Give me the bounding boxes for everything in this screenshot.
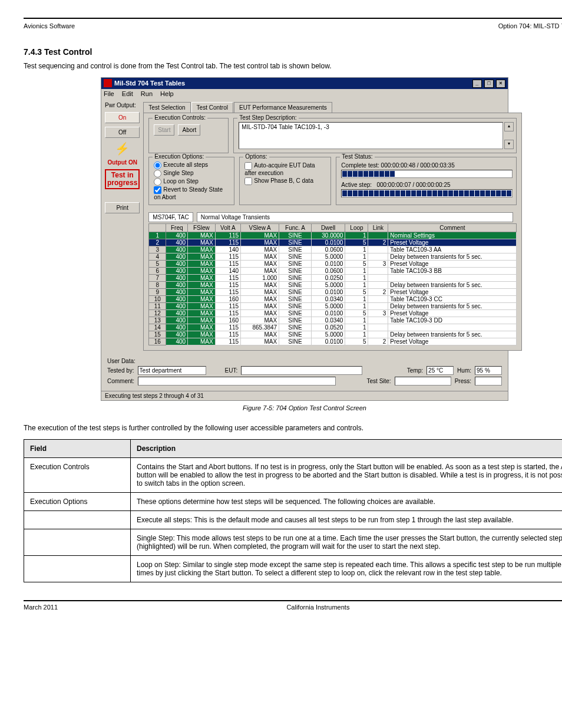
- table-tab-2[interactable]: Normal Voltage Transients: [197, 212, 514, 222]
- pwr-output-label: Pwr Output:: [105, 102, 140, 108]
- menu-file[interactable]: File: [104, 90, 114, 97]
- desc-legend: Test Step Description:: [237, 114, 298, 121]
- footer-center: California Instruments: [286, 604, 349, 611]
- description-text: MIL-STD-704 Table TAC109-1, -3: [239, 122, 503, 149]
- menu-edit[interactable]: Edit: [122, 90, 133, 97]
- table-row[interactable]: 5400MAX115MAXSINE0.010053Preset Voltage: [149, 260, 517, 267]
- test-site-input[interactable]: [395, 377, 451, 386]
- test-step-description-group: Test Step Description: MIL-STD-704 Table…: [233, 118, 517, 153]
- print-button[interactable]: Print: [105, 202, 140, 213]
- exec-controls-legend: Execution Controls:: [153, 114, 207, 121]
- press-label: Press:: [455, 378, 471, 384]
- table-row[interactable]: 14400MAX115865.3847SINE0.05201: [149, 324, 517, 331]
- col-header: Dwell: [311, 223, 345, 232]
- col-header: FSlew: [188, 223, 215, 232]
- figure-caption: Figure 7-5: 704 Option Test Control Scre…: [24, 404, 562, 411]
- col-header: Freq: [166, 223, 188, 232]
- tested-by-label: Tested by:: [107, 367, 134, 374]
- test-status-group: Test Status: Complete test: 000:00:00:48…: [336, 157, 517, 205]
- table-row[interactable]: 13400MAX160MAXSINE0.03401Table TAC109-3 …: [149, 317, 517, 324]
- menu-help[interactable]: Help: [160, 90, 174, 97]
- table-row[interactable]: 16400MAX115MAXSINE0.010052Preset Voltage: [149, 338, 517, 345]
- off-button[interactable]: Off: [105, 127, 140, 138]
- col-header: Link: [368, 223, 388, 232]
- table-row[interactable]: 6400MAX140MAXSINE0.06001Table TAC109-3 B…: [149, 267, 517, 274]
- table-row[interactable]: 8400MAX115MAXSINE5.00001Delay between tr…: [149, 281, 517, 288]
- header-left: Avionics Software: [24, 22, 75, 29]
- field-cell: Execution Controls: [24, 457, 131, 492]
- app-icon: [104, 79, 112, 87]
- check-auto-acquire[interactable]: Auto-acquire EUT Data after execution: [244, 162, 327, 176]
- table-row[interactable]: 3400MAX140MAXSINE0.06001Table TAC109-3 A…: [149, 246, 517, 253]
- desc-cell: Single Step: This mode allows test steps…: [131, 529, 563, 555]
- menu-run[interactable]: Run: [141, 90, 153, 97]
- user-data-label: User Data:: [107, 358, 502, 364]
- active-step-label: Active step:: [341, 182, 372, 188]
- hum-input[interactable]: [475, 366, 502, 375]
- exec-options-legend: Execution Options:: [153, 153, 206, 160]
- scroll-up-icon[interactable]: ▴: [504, 122, 514, 131]
- execution-options-group: Execution Options: Execute all steps Sin…: [148, 157, 234, 205]
- table-row[interactable]: 7400MAX1151.000SINE0.02501: [149, 274, 517, 281]
- active-step-value: 000:00:00:07 / 000:00:00:25: [376, 182, 450, 188]
- col-desc: Description: [131, 439, 563, 457]
- scroll-down-icon[interactable]: ▾: [504, 140, 514, 149]
- tab-test-selection[interactable]: Test Selection: [143, 102, 190, 113]
- col-header: VSlew A: [241, 223, 279, 232]
- test-in-progress-badge: Test in progress: [105, 169, 140, 189]
- table-tab-1[interactable]: MS704F, TAC: [148, 212, 193, 222]
- maximize-icon[interactable]: □: [484, 80, 494, 88]
- col-header: [149, 223, 166, 232]
- check-revert-steady[interactable]: Revert to Steady State on Abort: [154, 186, 230, 200]
- table-row[interactable]: 9400MAX115MAXSINE0.010052Preset Voltage: [149, 288, 517, 295]
- table-row[interactable]: 1400MAX115MAXSINE30.00001Nominal Setting…: [149, 232, 517, 239]
- tested-by-input[interactable]: [138, 366, 206, 375]
- col-header: Loop: [345, 223, 368, 232]
- desc-cell: Loop on Step: Similar to single step mod…: [131, 555, 563, 582]
- field-cell: Execution Options: [24, 492, 131, 510]
- field-cell: [24, 529, 131, 555]
- complete-test-value: 000:00:00:48 / 000:00:03:35: [381, 162, 455, 169]
- tab-eut-measurements[interactable]: EUT Performance Measurements: [234, 102, 332, 113]
- statusbar: Executing test steps 2 through 4 of 31: [101, 391, 508, 400]
- test-steps-table: FreqFSlewVolt AVSlew AFunc. ADwellLoopLi…: [148, 223, 517, 345]
- abort-button[interactable]: Abort: [178, 124, 200, 136]
- lightning-icon: ⚡: [105, 141, 140, 156]
- eut-label: EUT:: [225, 367, 238, 374]
- desc-cell: Execute all steps: This is the default m…: [131, 510, 563, 529]
- desc-cell: Contains the Start and Abort buttons. If…: [131, 457, 563, 492]
- options-group: Options: Auto-acquire EUT Data after exe…: [239, 157, 331, 205]
- eut-input[interactable]: [241, 366, 362, 375]
- complete-progress: [341, 170, 513, 178]
- section-title: 7.4.3 Test Control: [24, 47, 562, 57]
- radio-single-step[interactable]: Single Step: [154, 170, 230, 177]
- field-cell: [24, 555, 131, 582]
- titlebar[interactable]: Mil-Std 704 Test Tables _ □ ×: [101, 78, 508, 89]
- table-row[interactable]: 2400MAX115MAXSINE0.010052Preset Voltage: [149, 239, 517, 246]
- radio-loop-on-step[interactable]: Loop on Step: [154, 178, 230, 186]
- tab-test-control[interactable]: Test Control: [191, 102, 233, 113]
- test-site-label: Test Site:: [367, 378, 391, 384]
- table-row[interactable]: 11400MAX115MAXSINE5.00001Delay between t…: [149, 302, 517, 309]
- execution-controls-group: Execution Controls: Start Abort: [148, 118, 229, 153]
- radio-execute-all[interactable]: Execute all steps: [154, 162, 230, 169]
- comment-input[interactable]: [138, 377, 336, 386]
- table-row[interactable]: 4400MAX115MAXSINE5.00001Delay between tr…: [149, 253, 517, 260]
- col-header: Volt A: [215, 223, 241, 232]
- on-button[interactable]: On: [105, 112, 140, 123]
- table-row[interactable]: 15400MAX115MAXSINE5.00001Delay between t…: [149, 331, 517, 338]
- temp-label: Temp:: [407, 367, 423, 374]
- col-header: Comment: [388, 223, 517, 232]
- temp-input[interactable]: [427, 366, 454, 375]
- footer-left: March 2011: [24, 604, 58, 611]
- output-on-label: Output ON: [105, 159, 140, 166]
- press-input[interactable]: [475, 377, 502, 386]
- check-show-phase[interactable]: Show Phase B, C data: [244, 177, 327, 185]
- table-row[interactable]: 10400MAX160MAXSINE0.03401Table TAC109-3 …: [149, 295, 517, 302]
- minimize-icon[interactable]: _: [472, 80, 482, 88]
- table-row[interactable]: 12400MAX115MAXSINE0.010053Preset Voltage: [149, 309, 517, 317]
- menubar: File Edit Run Help: [101, 89, 508, 98]
- start-button[interactable]: Start: [154, 124, 174, 136]
- status-legend: Test Status:: [340, 153, 374, 160]
- close-icon[interactable]: ×: [496, 80, 505, 88]
